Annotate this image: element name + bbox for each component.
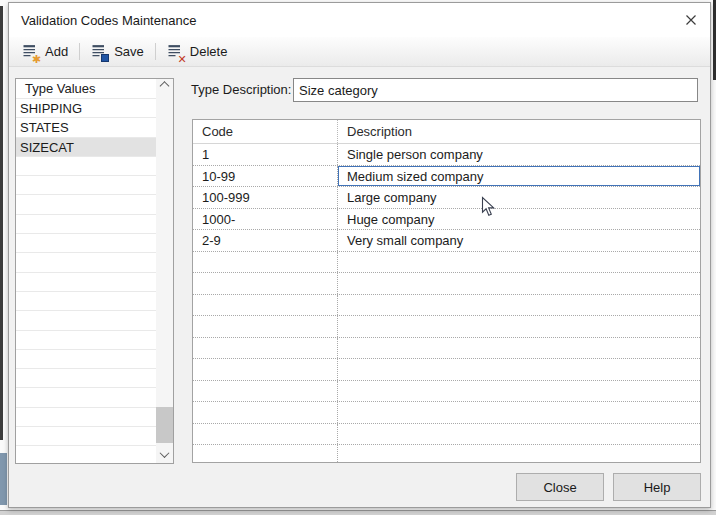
- description-cell[interactable]: Large company: [337, 187, 700, 208]
- table-row: 1000-Huge company: [193, 209, 700, 231]
- scrollbar-thumb[interactable]: [156, 407, 173, 443]
- delete-record-icon: ✕: [167, 44, 183, 60]
- list-empty-row: [16, 408, 156, 427]
- list-empty-row: [16, 331, 156, 350]
- empty-code-cell: [193, 359, 337, 380]
- background-window-edge-left: [0, 6, 3, 440]
- list-empty-row: [16, 350, 156, 369]
- code-cell[interactable]: 10-99: [193, 166, 337, 187]
- save-floppy-badge: [101, 54, 109, 62]
- list-empty-row: [16, 234, 156, 253]
- code-cell[interactable]: 1000-: [193, 209, 337, 230]
- empty-code-cell: [193, 381, 337, 402]
- list-empty-row: [16, 176, 156, 195]
- empty-code-cell: [193, 445, 337, 463]
- empty-description-cell: [337, 316, 700, 337]
- table-row: 1Single person company: [193, 144, 700, 166]
- scroll-down-arrow[interactable]: [156, 446, 173, 463]
- chevron-down-icon: [160, 448, 170, 458]
- list-empty-row: [16, 253, 156, 272]
- empty-description-cell: [337, 359, 700, 380]
- code-cell[interactable]: 1: [193, 144, 337, 165]
- list-empty-row: [16, 292, 156, 311]
- description-column-header[interactable]: Description: [337, 120, 700, 143]
- list-empty-row: [16, 446, 156, 463]
- table-row: 100-999Large company: [193, 187, 700, 209]
- empty-description-cell: [337, 381, 700, 402]
- empty-description-cell: [337, 252, 700, 273]
- type-values-list: Type ValuesSHIPPINGSTATESSIZECAT: [15, 78, 174, 464]
- window-title: Validation Codes Maintenance: [9, 13, 196, 28]
- code-cell[interactable]: 2-9: [193, 230, 337, 251]
- list-empty-row: [16, 157, 156, 176]
- validation-codes-dialog: Validation Codes Maintenance ✱ Add: [8, 2, 711, 508]
- list-empty-row: [16, 311, 156, 330]
- table-empty-row: [193, 402, 700, 424]
- description-cell[interactable]: Single person company: [337, 144, 700, 165]
- table-row: 2-9Very small company: [193, 230, 700, 252]
- description-cell[interactable]: Huge company: [337, 209, 700, 230]
- empty-code-cell: [193, 402, 337, 423]
- type-values-scrollbar[interactable]: [156, 79, 173, 463]
- list-empty-row: [16, 427, 156, 446]
- delete-x-badge: ✕: [178, 54, 187, 65]
- background-window-bottom: [0, 510, 716, 515]
- empty-code-cell: [193, 295, 337, 316]
- codes-table-header: Code Description: [193, 120, 700, 144]
- list-item-sizecat[interactable]: SIZECAT: [16, 138, 156, 157]
- table-empty-row: [193, 338, 700, 360]
- table-empty-row: [193, 273, 700, 295]
- list-empty-row: [16, 388, 156, 407]
- list-item-shipping[interactable]: SHIPPING: [16, 99, 156, 118]
- chevron-up-icon: [160, 81, 170, 91]
- close-button[interactable]: Close: [516, 473, 604, 501]
- code-column-header[interactable]: Code: [193, 120, 337, 143]
- close-x-glyph: [685, 14, 697, 26]
- toolbar-separator: [155, 43, 156, 60]
- save-record-icon: [91, 44, 107, 60]
- empty-code-cell: [193, 273, 337, 294]
- table-empty-row: [193, 316, 700, 338]
- background-window-accent: [0, 453, 7, 505]
- empty-code-cell: [193, 316, 337, 337]
- empty-description-cell: [337, 445, 700, 463]
- empty-code-cell: [193, 338, 337, 359]
- empty-description-cell: [337, 338, 700, 359]
- type-values-rows: Type ValuesSHIPPINGSTATESSIZECAT: [16, 79, 156, 463]
- add-button-label: Add: [45, 44, 68, 59]
- list-item-states[interactable]: STATES: [16, 118, 156, 137]
- description-cell[interactable]: Very small company: [337, 230, 700, 251]
- save-button[interactable]: Save: [84, 41, 151, 63]
- empty-description-cell: [337, 424, 700, 445]
- table-empty-row: [193, 424, 700, 446]
- list-empty-row: [16, 369, 156, 388]
- empty-code-cell: [193, 252, 337, 273]
- table-empty-row: [193, 381, 700, 403]
- codes-table: Code Description 1Single person company1…: [192, 119, 701, 463]
- empty-description-cell: [337, 295, 700, 316]
- type-values-column-header: Type Values: [16, 79, 156, 99]
- list-empty-row: [16, 273, 156, 292]
- type-description-input[interactable]: [293, 78, 698, 102]
- table-row: 10-99Medium sized company: [193, 166, 700, 188]
- toolbar: ✱ Add Save ✕ Delete: [9, 37, 710, 67]
- empty-description-cell: [337, 273, 700, 294]
- titlebar: Validation Codes Maintenance: [9, 3, 710, 37]
- add-star-badge: ✱: [32, 54, 41, 65]
- table-empty-row: [193, 445, 700, 463]
- code-cell[interactable]: 100-999: [193, 187, 337, 208]
- toolbar-separator: [79, 43, 80, 60]
- delete-button[interactable]: ✕ Delete: [160, 41, 235, 63]
- scroll-up-arrow[interactable]: [156, 79, 173, 96]
- close-icon[interactable]: [677, 7, 705, 33]
- add-button[interactable]: ✱ Add: [15, 41, 75, 63]
- description-cell[interactable]: Medium sized company: [337, 166, 700, 187]
- table-empty-row: [193, 252, 700, 274]
- table-empty-row: [193, 359, 700, 381]
- save-button-label: Save: [114, 44, 144, 59]
- list-empty-row: [16, 195, 156, 214]
- codes-table-body: 1Single person company10-99Medium sized …: [193, 144, 700, 463]
- table-empty-row: [193, 295, 700, 317]
- help-button[interactable]: Help: [613, 473, 701, 501]
- type-description-label: Type Description:: [191, 78, 291, 102]
